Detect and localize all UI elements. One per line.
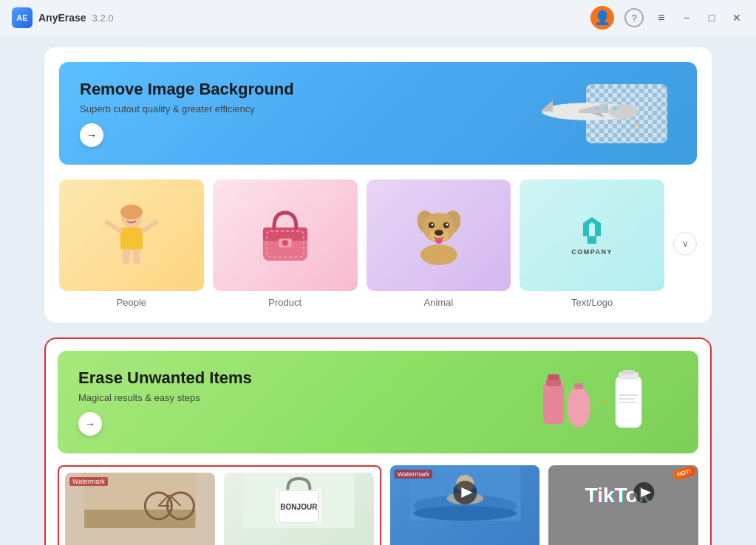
remove-background-banner: Remove Image Background Superb cutout qu…: [59, 62, 697, 165]
category-item-animal[interactable]: Animal: [367, 179, 511, 308]
erase-thumb-watermark: Watermark: [65, 473, 215, 545]
app-version: 3.2.0: [92, 13, 114, 24]
category-thumb-product: [213, 179, 358, 291]
erase-item-video-watermark[interactable]: Watermark Video Watermark: [390, 465, 540, 545]
erase-left-grid: Watermark Watermark BON: [58, 465, 381, 545]
category-label-animal: Animal: [424, 297, 454, 308]
airplane-svg: →: [527, 89, 653, 134]
svg-point-25: [434, 230, 443, 236]
maximize-button[interactable]: □: [704, 10, 719, 25]
svg-rect-42: [619, 398, 635, 400]
company-text: COMPANY: [571, 248, 613, 256]
menu-icon[interactable]: ≡: [654, 10, 669, 25]
category-label-people: People: [117, 297, 146, 308]
svg-point-30: [435, 238, 442, 244]
people-thumbnail-svg: [59, 202, 204, 268]
svg-rect-15: [133, 249, 140, 264]
category-grid: People: [59, 179, 697, 308]
titlebar-controls: 👤 ? ≡ − □ ✕: [590, 6, 744, 30]
svg-rect-32: [543, 383, 564, 424]
erase-items-container: Watermark Watermark BON: [58, 465, 698, 545]
erase-banner-illustration: →: [528, 369, 676, 435]
text-thumb-svg: BONJOUR: [224, 473, 374, 528]
bottles-svg: →: [528, 369, 676, 435]
svg-rect-41: [619, 394, 638, 396]
product-thumbnail-svg: [213, 202, 358, 268]
animal-thumbnail-svg: [367, 202, 511, 268]
category-thumb-animal: [367, 179, 511, 291]
svg-point-28: [431, 224, 433, 226]
svg-point-19: [282, 240, 288, 246]
svg-rect-11: [120, 227, 143, 250]
remove-background-section: Remove Image Background Superb cutout qu…: [44, 47, 712, 323]
erase-item-tiktok[interactable]: TikTok TikTok TikTok HOT! TikTok Logo: [548, 465, 698, 545]
svg-point-35: [567, 386, 590, 428]
app-name: AnyErase: [38, 12, 86, 24]
category-item-textlogo[interactable]: COMPANY Text/Logo: [520, 179, 664, 308]
banner-illustration: →: [520, 84, 667, 143]
video-wm-overlay-label: Watermark: [395, 470, 433, 479]
svg-rect-36: [574, 383, 583, 389]
category-thumb-people: [59, 179, 204, 291]
svg-rect-43: [619, 402, 637, 403]
svg-point-10: [120, 205, 143, 219]
erase-thumb-tiktok: TikTok TikTok TikTok HOT!: [548, 465, 698, 545]
category-label-product: Product: [268, 297, 302, 308]
svg-point-1: [608, 104, 638, 119]
svg-rect-34: [548, 374, 559, 380]
category-chevron-down[interactable]: ∨: [673, 232, 697, 256]
svg-point-6: [604, 106, 608, 111]
main-content: Remove Image Background Superb cutout qu…: [0, 35, 756, 545]
svg-text:BONJOUR: BONJOUR: [280, 503, 318, 511]
svg-text:→: →: [595, 392, 611, 411]
svg-line-12: [107, 222, 120, 231]
erase-item-watermark[interactable]: Watermark Watermark: [65, 473, 215, 545]
erase-section: Erase Unwanted Items Magical results & e…: [44, 337, 712, 545]
svg-point-83: [413, 506, 517, 521]
watermark-overlay-label: Watermark: [69, 477, 108, 486]
minimize-button[interactable]: −: [679, 10, 694, 25]
close-button[interactable]: ✕: [729, 10, 744, 25]
user-avatar-icon[interactable]: 👤: [590, 6, 614, 30]
app-logo: AE: [12, 7, 33, 28]
svg-point-29: [446, 224, 448, 226]
svg-point-5: [595, 106, 599, 111]
help-icon[interactable]: ?: [624, 8, 644, 27]
category-item-product[interactable]: Product: [213, 179, 358, 308]
svg-marker-4: [542, 100, 553, 112]
erase-banner: Erase Unwanted Items Magical results & e…: [58, 351, 698, 453]
erase-banner-arrow-button[interactable]: →: [78, 412, 102, 436]
banner-arrow-button[interactable]: →: [80, 123, 103, 147]
svg-line-13: [143, 222, 156, 231]
svg-point-7: [613, 106, 617, 111]
category-thumb-textlogo: COMPANY: [520, 179, 664, 291]
company-logo-display: COMPANY: [571, 179, 613, 291]
erase-right-grid: Watermark Video Watermark TikTok TikTok: [390, 465, 699, 545]
erase-thumb-text: BONJOUR: [224, 473, 374, 545]
erase-item-text[interactable]: BONJOUR Text: [224, 473, 374, 545]
titlebar: AE AnyErase 3.2.0 👤 ? ≡ − □ ✕: [0, 0, 756, 35]
titlebar-left: AE AnyErase 3.2.0: [12, 7, 114, 28]
svg-rect-14: [123, 249, 130, 264]
category-item-people[interactable]: People: [59, 179, 204, 308]
company-logo-svg: [576, 214, 608, 247]
svg-text:→: →: [629, 118, 642, 133]
category-label-textlogo: Text/Logo: [571, 297, 613, 308]
svg-rect-40: [622, 370, 635, 374]
erase-thumb-video-watermark: Watermark: [390, 465, 540, 545]
svg-point-31: [420, 244, 457, 265]
